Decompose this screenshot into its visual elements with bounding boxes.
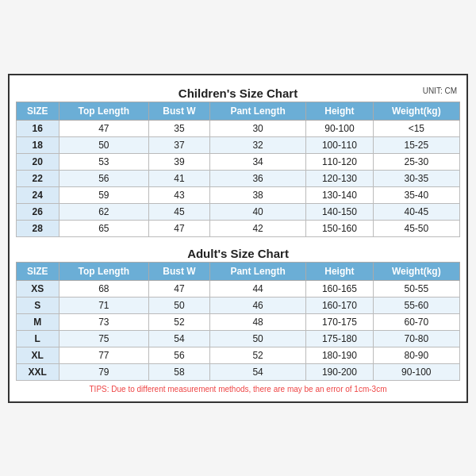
- adult-header-row: SIZE Top Length Bust W Pant Length Heigh…: [17, 262, 460, 280]
- table-row: 24594338130-14035-40: [17, 186, 460, 203]
- children-header-top-length: Top Length: [59, 102, 149, 120]
- table-row: 28654742150-16045-50: [17, 220, 460, 236]
- children-header-row: SIZE Top Length Bust W Pant Length Heigh…: [17, 102, 460, 120]
- table-row: XS684744160-16550-55: [17, 280, 460, 297]
- adult-section-title: Adult's Size Chart: [16, 242, 460, 262]
- children-header-height: Height: [306, 102, 373, 120]
- children-header-weight: Weight(kg): [373, 102, 459, 120]
- adult-header-height: Height: [306, 262, 373, 280]
- adult-title-text: Adult's Size Chart: [187, 247, 289, 260]
- children-header-bust-w: Bust W: [149, 102, 210, 120]
- table-row: 22564136120-13030-35: [17, 170, 460, 186]
- table-row: 26624540140-15040-45: [17, 203, 460, 220]
- adult-header-bust-w: Bust W: [149, 262, 210, 280]
- children-header-size: SIZE: [17, 102, 60, 120]
- adult-header-top-length: Top Length: [59, 262, 149, 280]
- children-table-body: 1647353090-100<1518503732100-11015-25205…: [17, 120, 460, 236]
- unit-label: UNIT: CM: [423, 86, 457, 95]
- table-row: M735248170-17560-70: [17, 313, 460, 330]
- table-row: 20533934110-12025-30: [17, 153, 460, 170]
- adult-size-table: SIZE Top Length Bust W Pant Length Heigh…: [16, 262, 460, 381]
- children-header-pant-length: Pant Length: [209, 102, 305, 120]
- children-title-text: Children's Size Chart: [178, 86, 298, 100]
- table-row: L755450175-18070-80: [17, 330, 460, 347]
- table-row: XXL795854190-20090-100: [17, 363, 460, 380]
- size-chart-container: Children's Size Chart UNIT: CM SIZE Top …: [8, 74, 468, 403]
- adult-header-size: SIZE: [17, 262, 60, 280]
- table-row: 1647353090-100<15: [17, 120, 460, 136]
- children-section-title: Children's Size Chart UNIT: CM: [16, 82, 460, 102]
- adult-header-pant-length: Pant Length: [209, 262, 305, 280]
- adult-table-body: XS684744160-16550-55S715046160-17055-60M…: [17, 280, 460, 380]
- table-row: S715046160-17055-60: [17, 297, 460, 313]
- children-size-table: SIZE Top Length Bust W Pant Length Heigh…: [16, 102, 460, 237]
- tips-text: TIPS: Due to different measurement metho…: [16, 381, 460, 395]
- table-row: XL775652180-19080-90: [17, 347, 460, 363]
- table-row: 18503732100-11015-25: [17, 136, 460, 153]
- adult-header-weight: Weight(kg): [373, 262, 459, 280]
